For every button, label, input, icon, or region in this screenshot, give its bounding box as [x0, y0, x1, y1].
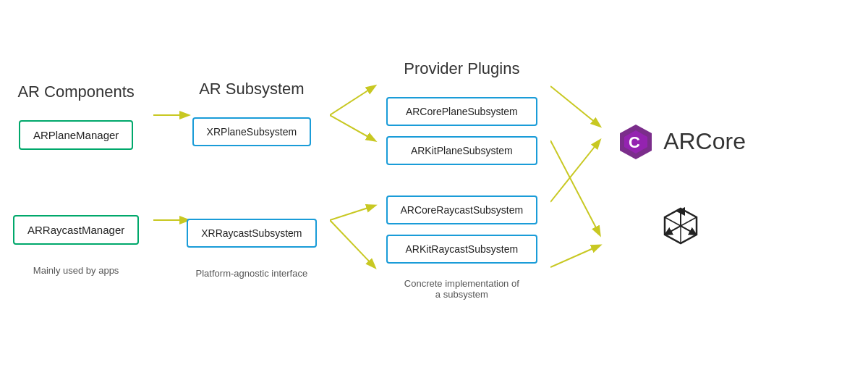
svg-line-7: [550, 140, 600, 235]
ar-components-title: AR Components: [17, 83, 134, 101]
ar-components-panel: ARPlaneManager ARRaycastManager Mainly u…: [0, 109, 152, 287]
svg-line-19: [681, 226, 694, 233]
arkit-icon: [660, 206, 701, 246]
ar-subsystem-panel: XRPlaneSubsystem XRRaycastSubsystem Plat…: [174, 106, 329, 290]
arkit-raycast-subsystem-box: ARKitRaycastSubsystem: [386, 235, 538, 264]
ar-subsystem-title: AR Subsystem: [199, 80, 305, 98]
ar-components-subtitle: Mainly used by apps: [33, 265, 119, 276]
arcore-raycast-subsystem-box: ARCoreRaycastSubsystem: [386, 195, 538, 224]
provider-plugins-panel: ARCorePlaneSubsystem ARKitPlaneSubsystem…: [373, 85, 551, 311]
svg-line-18: [668, 226, 681, 233]
logos-section: C ARCore: [616, 122, 746, 249]
svg-line-6: [550, 86, 600, 126]
arkit-plane-subsystem-box: ARKitPlaneSubsystem: [386, 136, 538, 165]
arcore-icon: C: [616, 122, 656, 162]
svg-line-9: [550, 245, 600, 267]
svg-line-8: [550, 140, 600, 202]
arrows-3-svg: [550, 39, 605, 329]
provider-plugins-subtitle: Concrete implementation ofa subsystem: [404, 278, 519, 300]
xr-plane-subsystem-box: XRPlaneSubsystem: [192, 117, 312, 146]
svg-line-2: [330, 86, 375, 115]
provider-plugins-column: Provider Plugins ARCorePlaneSubsystem AR…: [373, 59, 551, 311]
arcore-logo: C ARCore: [616, 122, 746, 162]
svg-text:C: C: [629, 133, 640, 151]
spacer-3: [550, 39, 601, 332]
arcore-label: ARCore: [663, 128, 746, 155]
ar-subsystem-column: AR Subsystem XRPlaneSubsystem XRRaycastS…: [174, 80, 329, 290]
spacer-2: [330, 46, 373, 324]
ar-plane-manager-box: ARPlaneManager: [19, 120, 133, 150]
arcore-plane-subsystem-box: ARCorePlaneSubsystem: [386, 97, 538, 126]
provider-plugins-title: Provider Plugins: [404, 59, 519, 78]
svg-line-4: [330, 206, 375, 220]
diagram-layout: AR Components ARPlaneManager ARRaycastMa…: [0, 0, 868, 370]
ar-components-column: AR Components ARPlaneManager ARRaycastMa…: [0, 83, 152, 287]
svg-line-3: [330, 115, 375, 140]
svg-line-5: [330, 220, 375, 267]
arkit-logo: [660, 206, 701, 249]
ar-raycast-manager-box: ARRaycastManager: [13, 215, 139, 245]
ar-subsystem-subtitle: Platform-agnostic interface: [196, 268, 308, 279]
provider-boxes-list: ARCorePlaneSubsystem ARKitPlaneSubsystem…: [386, 97, 538, 264]
spacer-1: [152, 46, 174, 324]
xr-raycast-subsystem-box: XRRaycastSubsystem: [187, 219, 316, 248]
